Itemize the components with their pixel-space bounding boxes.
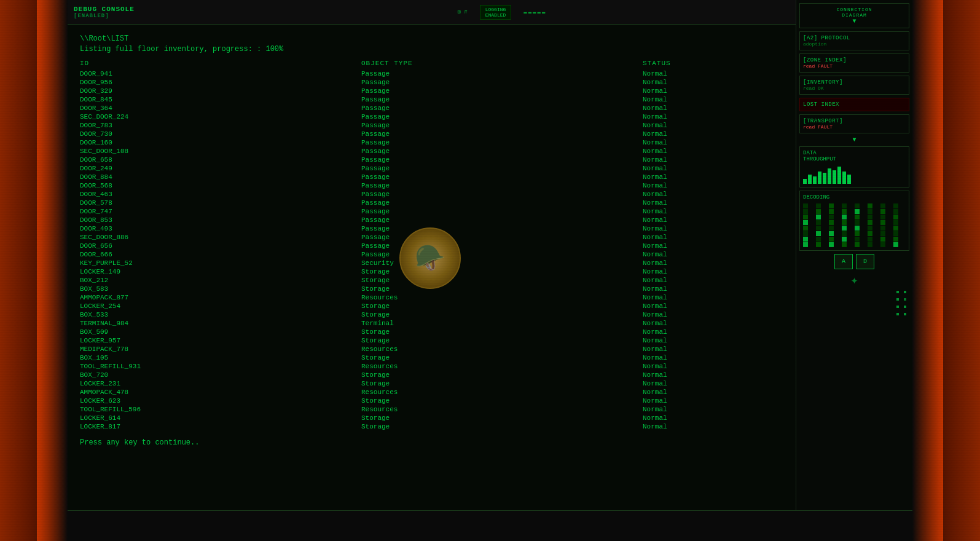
cell-status: Normal <box>643 336 783 345</box>
cell-status: Normal <box>643 113 783 121</box>
matrix-cell <box>803 215 808 219</box>
cell-status: Normal <box>643 242 783 250</box>
matrix-cell <box>868 203 872 208</box>
matrix-cell <box>803 231 808 236</box>
zone-index-item: [ZONE INDEX] read FAULT <box>799 53 909 73</box>
inventory-item: [INVENTORY] read OK <box>799 76 909 95</box>
cell-id: DOOR_666 <box>80 250 361 259</box>
table-row: DOOR_160PassageNormal <box>80 138 783 147</box>
cell-id: TOOL_REFILL_931 <box>80 362 361 371</box>
right-border-inner <box>912 0 943 541</box>
cell-id: BOX_105 <box>80 353 361 362</box>
matrix-cell <box>868 209 872 214</box>
top-bar-deco: ⊞ # <box>457 9 467 15</box>
cell-id: LOCKER_254 <box>80 302 361 310</box>
cell-status: Normal <box>643 190 783 199</box>
cell-status: Normal <box>643 224 783 233</box>
cell-status: Normal <box>643 319 783 328</box>
cell-status: Normal <box>643 302 783 310</box>
table-row: TOOL_REFILL_931ResourcesNormal <box>80 362 783 371</box>
small-dots <box>799 291 909 315</box>
matrix-cell <box>803 242 808 247</box>
cell-id: SEC_DOOR_108 <box>80 147 361 156</box>
top-bar: DEBUG CONSOLE [ENABLED] ⊞ # LOGGING ENAB… <box>68 0 912 25</box>
cell-status: Normal <box>643 164 783 173</box>
table-row: LOCKER_614StorageNormal <box>80 414 783 422</box>
dot-row-2 <box>896 298 906 301</box>
connection-diagram-label: CONNECTION DIAGRAM ▼ <box>799 3 909 28</box>
cell-type: Passage <box>361 113 643 121</box>
cell-id: BOX_212 <box>80 276 361 285</box>
transport-item: [TRANSPORT] read FAULT <box>799 114 909 133</box>
cell-id: SEC_DOOR_224 <box>80 113 361 121</box>
matrix-cell <box>855 231 860 236</box>
nav-a-button[interactable]: A <box>834 254 853 269</box>
table-row: DOOR_249PassageNormal <box>80 164 783 173</box>
cell-type: Passage <box>361 121 643 130</box>
right-border-glow <box>912 0 980 541</box>
cell-status: Normal <box>643 207 783 216</box>
cell-id: DOOR_658 <box>80 156 361 164</box>
left-border-inner <box>37 0 68 541</box>
table-row: DOOR_783PassageNormal <box>80 121 783 130</box>
cell-type: Storage <box>361 414 643 422</box>
bar-9 <box>842 172 846 184</box>
matrix-cell <box>868 237 872 242</box>
matrix-cell <box>803 209 808 214</box>
cell-id: LOCKER_231 <box>80 379 361 388</box>
cell-id: DOOR_463 <box>80 190 361 199</box>
cell-id: DOOR_956 <box>80 78 361 87</box>
cell-type: Passage <box>361 78 643 87</box>
matrix-cell <box>880 209 885 214</box>
cell-id: DOOR_578 <box>80 199 361 207</box>
table-row: DOOR_845PassageNormal <box>80 95 783 104</box>
col-header-id: ID <box>80 60 361 69</box>
bar-3 <box>813 176 817 184</box>
table-row: DOOR_853PassageNormal <box>80 216 783 224</box>
cell-type: Passage <box>361 181 643 190</box>
cell-status: Normal <box>643 250 783 259</box>
cell-type: Passage <box>361 173 643 181</box>
cell-type: Storage <box>361 371 643 379</box>
error-item: LOST INDEX <box>799 98 909 111</box>
matrix-cell <box>816 215 821 219</box>
cell-id: DOOR_853 <box>80 216 361 224</box>
matrix-cell <box>855 203 860 208</box>
cell-type: Passage <box>361 224 643 233</box>
matrix-cell <box>855 215 860 219</box>
matrix-cell <box>880 220 885 225</box>
nav-d-button[interactable]: D <box>856 254 874 269</box>
dot-row-1 <box>896 291 906 293</box>
matrix-cell <box>842 209 847 214</box>
cell-id: DOOR_884 <box>80 173 361 181</box>
press-continue[interactable]: Press any key to continue.. <box>80 438 783 447</box>
cell-id: BOX_720 <box>80 371 361 379</box>
dot-row-3 <box>896 306 906 308</box>
cell-status: Normal <box>643 156 783 164</box>
matrix-cell <box>868 215 872 219</box>
dot-7 <box>896 313 899 315</box>
cell-type: Passage <box>361 104 643 113</box>
debug-console-label: DEBUG CONSOLE [ENABLED] <box>74 6 135 19</box>
matrix-cell <box>829 203 834 208</box>
table-row: DOOR_329PassageNormal <box>80 87 783 95</box>
cell-id: DOOR_329 <box>80 87 361 95</box>
cell-id: LOCKER_623 <box>80 397 361 405</box>
cell-status: Normal <box>643 362 783 371</box>
cell-id: DOOR_160 <box>80 138 361 147</box>
constellation-icon: ✦ <box>799 272 909 288</box>
table-row: LOCKER_623StorageNormal <box>80 397 783 405</box>
dot-2 <box>904 291 906 293</box>
cell-id: DOOR_747 <box>80 207 361 216</box>
table-row: DOOR_747PassageNormal <box>80 207 783 216</box>
matrix-cell <box>855 242 860 247</box>
table-row: LOCKER_957StorageNormal <box>80 336 783 345</box>
matrix-cell <box>803 220 808 225</box>
cell-type: Passage <box>361 233 643 242</box>
top-bar-lines: ▬▬▬▬▬ <box>523 9 546 15</box>
table-row: DOOR_941PassageNormal <box>80 69 783 78</box>
cell-type: Storage <box>361 353 643 362</box>
table-row: DOOR_568PassageNormal <box>80 181 783 190</box>
cell-status: Normal <box>643 276 783 285</box>
cell-id: AMMOPACK_877 <box>80 293 361 302</box>
